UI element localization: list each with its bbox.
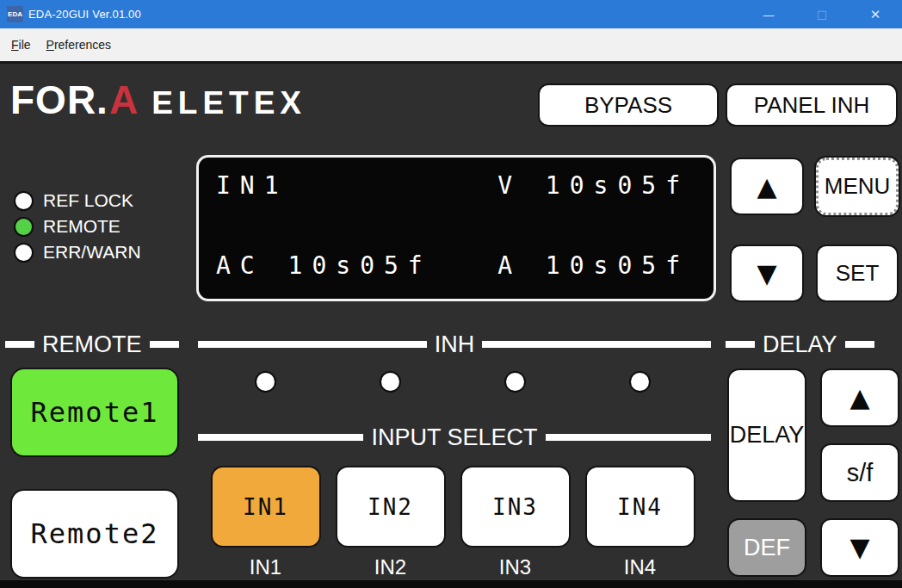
remote-label: REMOTE <box>43 216 120 237</box>
panel-inh-button[interactable]: PANEL INH <box>726 84 898 127</box>
brand-logo: FOR. A ELETEX <box>10 77 306 123</box>
remote-row: REMOTE <box>14 214 141 239</box>
menu-item-file[interactable]: File <box>3 34 39 55</box>
inh-section-title: INH <box>435 331 475 358</box>
lcd-line-1: IN1 V 10s05f <box>216 171 689 200</box>
menu-down-button[interactable]: ▼ <box>730 244 804 302</box>
delay-section-header: DELAY <box>726 333 899 356</box>
input-in3-label: IN3 <box>499 555 531 579</box>
inh-led-2-icon <box>380 371 401 393</box>
title-bar: EDA EDA-20GUI Ver.01.00 — □ ✕ <box>0 0 902 28</box>
divider-bar <box>726 341 755 348</box>
divider-bar <box>5 341 34 348</box>
input-in1-button[interactable]: IN1 <box>211 466 321 548</box>
delay-up-button[interactable]: ▲ <box>820 368 899 427</box>
minimize-button[interactable]: — <box>742 0 795 28</box>
input-in1-label: IN1 <box>250 555 281 579</box>
lcd-line-2: AC 10s05f A 10s05f <box>216 251 689 280</box>
app-icon: EDA <box>7 6 23 22</box>
front-panel: FOR. A ELETEX BYPASS PANEL INH REF LOCK … <box>0 61 902 588</box>
close-icon: ✕ <box>870 7 881 22</box>
err-warn-led-icon <box>14 243 34 263</box>
input-select-section-header: INPUT SELECT <box>198 426 711 449</box>
status-led-group: REF LOCK REMOTE ERR/WARN <box>14 188 141 265</box>
divider-bar <box>845 341 874 348</box>
inh-led-4-icon <box>629 371 651 393</box>
up-arrow-icon: ▲ <box>757 174 776 200</box>
delay-button[interactable]: DELAY <box>727 368 806 502</box>
divider-bar <box>482 341 711 348</box>
app-window: EDA EDA-20GUI Ver.01.00 — □ ✕ File Prefe… <box>0 0 902 588</box>
input-in2-button[interactable]: IN2 <box>336 466 446 548</box>
logo-mark-a: A <box>109 77 138 123</box>
divider-bar <box>150 341 179 348</box>
minimize-icon: — <box>763 8 775 22</box>
lcd-audio-delay: A 10s05f <box>497 251 689 280</box>
set-button[interactable]: SET <box>816 244 899 302</box>
input-in3-button[interactable]: IN3 <box>460 466 571 548</box>
ref-lock-led-icon <box>14 191 34 211</box>
inh-led-row <box>203 368 702 394</box>
remote-led-icon <box>14 217 34 237</box>
input-in4-label: IN4 <box>624 555 656 579</box>
remote2-button[interactable]: Remote2 <box>10 489 179 579</box>
lcd-input-name: IN1 <box>216 171 288 200</box>
delay-down-button[interactable]: ▼ <box>820 518 899 577</box>
input-button-row: IN1 IN2 IN3 IN4 <box>203 466 702 548</box>
inh-section-header: INH <box>198 333 711 356</box>
panel-top-divider <box>0 61 902 64</box>
remote-section-header: REMOTE <box>5 333 182 356</box>
down-arrow-icon: ▼ <box>757 261 776 287</box>
menu-up-button[interactable]: ▲ <box>730 158 804 215</box>
input-in2-label: IN2 <box>374 555 406 579</box>
panel-bottom-divider <box>0 580 902 588</box>
up-arrow-icon: ▲ <box>849 385 869 411</box>
divider-bar <box>198 434 363 441</box>
ref-lock-row: REF LOCK <box>14 188 141 214</box>
lcd-display: IN1 V 10s05f AC 10s05f A 10s05f <box>196 155 716 301</box>
divider-bar <box>198 341 427 348</box>
err-warn-label: ERR/WARN <box>43 242 141 263</box>
maximize-button[interactable]: □ <box>795 0 849 28</box>
close-button[interactable]: ✕ <box>849 0 902 28</box>
err-warn-row: ERR/WARN <box>14 239 141 265</box>
input-select-section-title: INPUT SELECT <box>371 424 537 451</box>
divider-bar <box>546 434 711 441</box>
input-in4-button[interactable]: IN4 <box>585 466 695 548</box>
lcd-ac-delay: AC 10s05f <box>216 251 432 280</box>
inh-led-1-icon <box>255 371 276 393</box>
logo-text-for: FOR. <box>10 77 108 123</box>
inh-led-3-icon <box>504 371 526 393</box>
logo-text-eletex: ELETEX <box>151 85 306 121</box>
remote1-button[interactable]: Remote1 <box>10 368 179 457</box>
menu-item-preferences[interactable]: Preferences <box>39 34 120 55</box>
menu-bar: File Preferences <box>0 28 902 61</box>
sf-button[interactable]: s/f <box>820 443 899 502</box>
maximize-icon: □ <box>817 8 827 21</box>
input-label-row: IN1 IN2 IN3 IN4 <box>203 554 702 580</box>
window-title: EDA-20GUI Ver.01.00 <box>28 8 141 21</box>
bypass-button[interactable]: BYPASS <box>538 84 719 127</box>
ref-lock-label: REF LOCK <box>43 190 133 211</box>
def-button[interactable]: DEF <box>727 518 806 577</box>
down-arrow-icon: ▼ <box>849 535 869 560</box>
delay-section-title: DELAY <box>763 331 837 358</box>
menu-button[interactable]: MENU <box>816 158 899 215</box>
window-controls: — □ ✕ <box>742 0 902 28</box>
remote-section-title: REMOTE <box>42 331 142 358</box>
lcd-video-delay: V 10s05f <box>497 171 689 200</box>
